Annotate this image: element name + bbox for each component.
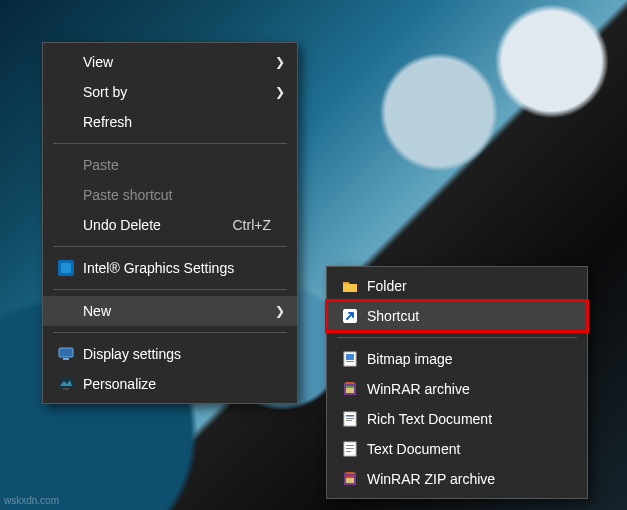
svg-rect-5 (63, 388, 69, 390)
menu-item-undo-delete[interactable]: Undo DeleteCtrl+Z (43, 210, 297, 240)
watermark-text: wskxdn.com (4, 495, 59, 506)
menu-item-bitmap-image[interactable]: Bitmap image (327, 344, 587, 374)
menu-item-paste-shortcut: Paste shortcut (43, 180, 297, 210)
menu-separator (53, 246, 287, 247)
menu-item-label: New (79, 303, 271, 319)
menu-item-label: Intel® Graphics Settings (79, 260, 271, 276)
menu-item-winrar-zip-archive[interactable]: WinRAR ZIP archive (327, 464, 587, 494)
shortcut-icon (337, 307, 363, 325)
svg-rect-1 (61, 263, 71, 273)
menu-item-rich-text-document[interactable]: Rich Text Document (327, 404, 587, 434)
menu-item-label: WinRAR archive (363, 381, 561, 397)
menu-item-view[interactable]: View❯ (43, 47, 297, 77)
svg-rect-19 (346, 451, 351, 452)
svg-rect-11 (346, 386, 354, 388)
menu-item-label: View (79, 54, 271, 70)
menu-item-label: Undo Delete (79, 217, 221, 233)
txt-icon (337, 440, 363, 458)
menu-item-label: Personalize (79, 376, 271, 392)
menu-separator (53, 332, 287, 333)
menu-item-label: Paste shortcut (79, 187, 271, 203)
rtf-icon (337, 410, 363, 428)
svg-rect-8 (346, 354, 354, 360)
menu-separator (53, 289, 287, 290)
bitmap-icon (337, 350, 363, 368)
menu-item-display-settings[interactable]: Display settings (43, 339, 297, 369)
menu-item-paste: Paste (43, 150, 297, 180)
menu-item-label: Bitmap image (363, 351, 561, 367)
menu-item-personalize[interactable]: Personalize (43, 369, 297, 399)
menu-item-label: Shortcut (363, 308, 561, 324)
svg-rect-15 (346, 420, 352, 421)
menu-item-label: Sort by (79, 84, 271, 100)
menu-item-winrar-archive[interactable]: WinRAR archive (327, 374, 587, 404)
menu-item-label: Folder (363, 278, 561, 294)
menu-item-label: WinRAR ZIP archive (363, 471, 561, 487)
menu-item-label: Rich Text Document (363, 411, 561, 427)
menu-separator (337, 337, 577, 338)
chevron-right-icon: ❯ (271, 304, 285, 318)
menu-item-new[interactable]: New❯ (43, 296, 297, 326)
svg-rect-3 (63, 358, 69, 360)
chevron-right-icon: ❯ (271, 85, 285, 99)
menu-item-label: Paste (79, 157, 271, 173)
menu-item-label: Text Document (363, 441, 561, 457)
menu-item-sort-by[interactable]: Sort by❯ (43, 77, 297, 107)
personalize-icon (53, 375, 79, 393)
svg-rect-21 (346, 476, 354, 478)
svg-rect-14 (346, 418, 354, 419)
menu-item-accelerator: Ctrl+Z (221, 217, 272, 233)
svg-rect-2 (59, 348, 73, 357)
svg-rect-17 (346, 445, 354, 446)
menu-item-folder[interactable]: Folder (327, 271, 587, 301)
menu-item-intel-graphics-settings[interactable]: Intel® Graphics Settings (43, 253, 297, 283)
menu-item-shortcut[interactable]: Shortcut (327, 301, 587, 331)
menu-item-label: Display settings (79, 346, 271, 362)
folder-icon (337, 277, 363, 295)
svg-rect-18 (346, 448, 354, 449)
new-submenu: FolderShortcutBitmap imageWinRAR archive… (326, 266, 588, 499)
chevron-right-icon: ❯ (271, 55, 285, 69)
menu-separator (53, 143, 287, 144)
svg-rect-9 (346, 361, 354, 362)
menu-item-text-document[interactable]: Text Document (327, 434, 587, 464)
display-icon (53, 345, 79, 363)
intel-icon (53, 259, 79, 277)
svg-rect-13 (346, 415, 354, 417)
desktop-context-menu: View❯Sort by❯RefreshPastePaste shortcutU… (42, 42, 298, 404)
menu-item-label: Refresh (79, 114, 271, 130)
rar-icon (337, 380, 363, 398)
menu-item-refresh[interactable]: Refresh (43, 107, 297, 137)
zip-icon (337, 470, 363, 488)
